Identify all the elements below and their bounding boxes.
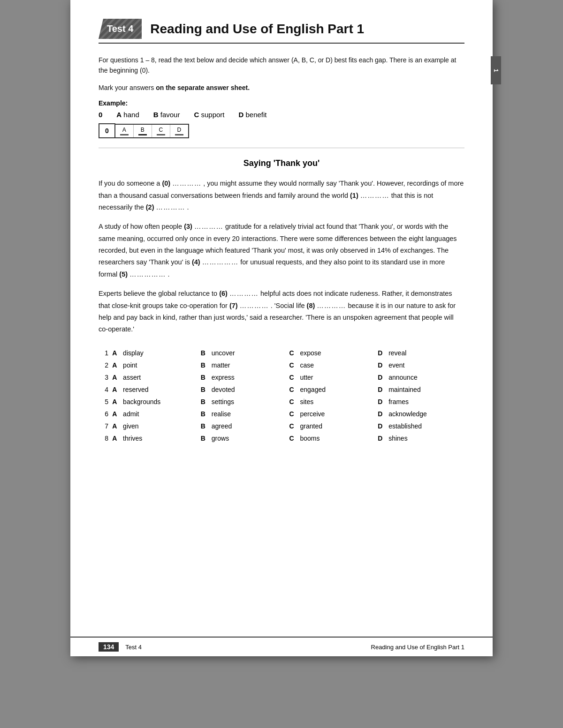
q4-C-word: engaged	[297, 383, 376, 396]
q7-C-letter: C	[288, 420, 297, 432]
q5-D-word: frames	[386, 396, 464, 408]
q5-A-letter: A	[110, 396, 120, 408]
q3-C-letter: C	[288, 371, 297, 383]
q4-D-letter: D	[376, 383, 386, 396]
test-label: Test 4	[107, 23, 133, 34]
gap-8: (8)	[307, 302, 315, 309]
instructions: For questions 1 – 8, read the text below…	[99, 55, 464, 76]
q5-D-letter: D	[376, 396, 386, 408]
q4-D-word: maintained	[386, 383, 464, 396]
example-label: Example:	[99, 99, 464, 107]
footer-bar: 134 Test 4 Reading and Use of English Pa…	[70, 637, 493, 656]
answer-letter-D: D	[170, 125, 188, 137]
q8-C-word: booms	[297, 432, 376, 444]
q4-num: 4	[99, 383, 110, 396]
q4-A-letter: A	[110, 383, 120, 396]
example-row: 0 A hand B favour C support D benefit	[99, 111, 464, 119]
q1-D-word: reveal	[386, 347, 464, 359]
test-badge: Test 4	[99, 19, 142, 39]
q8-A-letter: A	[110, 432, 120, 444]
q1-A-word: display	[120, 347, 199, 359]
table-row: 7 A given B agreed C granted D establish…	[99, 420, 464, 432]
q1-num: 1	[99, 347, 110, 359]
q7-B-letter: B	[199, 420, 209, 432]
q8-num: 8	[99, 432, 110, 444]
q7-num: 7	[99, 420, 110, 432]
page-title: Reading and Use of English Part 1	[150, 22, 364, 37]
q6-num: 6	[99, 408, 110, 420]
q6-D-letter: D	[376, 408, 386, 420]
q5-C-letter: C	[288, 396, 297, 408]
mark-bold: on the separate answer sheet.	[156, 84, 250, 91]
instruction-line2: Mark your answers on the separate answer…	[99, 83, 464, 93]
answer-letter-A: A	[115, 125, 134, 137]
q8-D-word: shines	[386, 432, 464, 444]
q8-B-letter: B	[199, 432, 209, 444]
example-optC: C support	[194, 111, 224, 119]
gap-3: (3)	[184, 223, 192, 230]
gap-1: (1)	[350, 192, 358, 199]
q6-C-word: perceive	[297, 408, 376, 420]
q3-num: 3	[99, 371, 110, 383]
q1-B-word: uncover	[209, 347, 288, 359]
q4-A-word: reserved	[120, 383, 199, 396]
table-row: 6 A admit B realise C perceive D acknowl…	[99, 408, 464, 420]
q2-A-word: point	[120, 359, 199, 371]
example-optD: D benefit	[238, 111, 266, 119]
table-row: 3 A assert B express C utter D announce	[99, 371, 464, 383]
q4-B-letter: B	[199, 383, 209, 396]
passage-p3: Experts believe the global reluctance to…	[99, 288, 464, 336]
gap-0: (0)	[162, 180, 170, 187]
q8-A-word: thrives	[120, 432, 199, 444]
q8-D-letter: D	[376, 432, 386, 444]
q2-C-letter: C	[288, 359, 297, 371]
example-optB: B favour	[153, 111, 180, 119]
passage-p1: If you do someone a (0) ………… , you might…	[99, 178, 464, 213]
footer-left-label: Test 4	[125, 644, 142, 651]
page-content: Test 4 Reading and Use of English Part 1…	[70, 0, 493, 473]
q5-B-word: settings	[209, 396, 288, 408]
q2-D-word: event	[386, 359, 464, 371]
section-divider	[99, 148, 464, 148]
q1-A-letter: A	[110, 347, 120, 359]
q4-C-letter: C	[288, 383, 297, 396]
q8-C-letter: C	[288, 432, 297, 444]
gap-4: (4)	[192, 258, 200, 266]
q5-A-word: backgrounds	[120, 396, 199, 408]
q6-A-word: admit	[120, 408, 199, 420]
answer-box-number: 0	[99, 123, 115, 138]
q3-A-word: assert	[120, 371, 199, 383]
questions-table: 1 A display B uncover C expose D reveal …	[99, 347, 464, 444]
q3-B-letter: B	[199, 371, 209, 383]
section-title: Saying 'Thank you'	[99, 158, 464, 168]
q3-D-letter: D	[376, 371, 386, 383]
q5-num: 5	[99, 396, 110, 408]
mark-your-answers-text: Mark your answers	[99, 84, 156, 91]
passage: If you do someone a (0) ………… , you might…	[99, 178, 464, 336]
footer-page-number: 134	[99, 642, 119, 652]
q7-B-word: agreed	[209, 420, 288, 432]
table-row: 1 A display B uncover C expose D reveal	[99, 347, 464, 359]
gap-5: (5)	[119, 270, 128, 278]
q7-A-letter: A	[110, 420, 120, 432]
example-optA: A hand	[116, 111, 139, 119]
q7-D-word: established	[386, 420, 464, 432]
header-bar: Test 4 Reading and Use of English Part 1	[99, 19, 464, 44]
q2-A-letter: A	[110, 359, 120, 371]
tab-number: 1	[493, 69, 499, 72]
q1-D-letter: D	[376, 347, 386, 359]
answer-box-letters: A B C D	[115, 124, 189, 138]
q7-D-letter: D	[376, 420, 386, 432]
q2-C-word: case	[297, 359, 376, 371]
table-row: 5 A backgrounds B settings C sites D fra…	[99, 396, 464, 408]
q3-D-word: announce	[386, 371, 464, 383]
q6-B-word: realise	[209, 408, 288, 420]
q3-C-word: utter	[297, 371, 376, 383]
q5-B-letter: B	[199, 396, 209, 408]
q7-C-word: granted	[297, 420, 376, 432]
q7-A-word: given	[120, 420, 199, 432]
q1-C-word: expose	[297, 347, 376, 359]
gap-7: (7)	[229, 302, 238, 309]
q8-B-word: grows	[209, 432, 288, 444]
q6-D-word: acknowledge	[386, 408, 464, 420]
